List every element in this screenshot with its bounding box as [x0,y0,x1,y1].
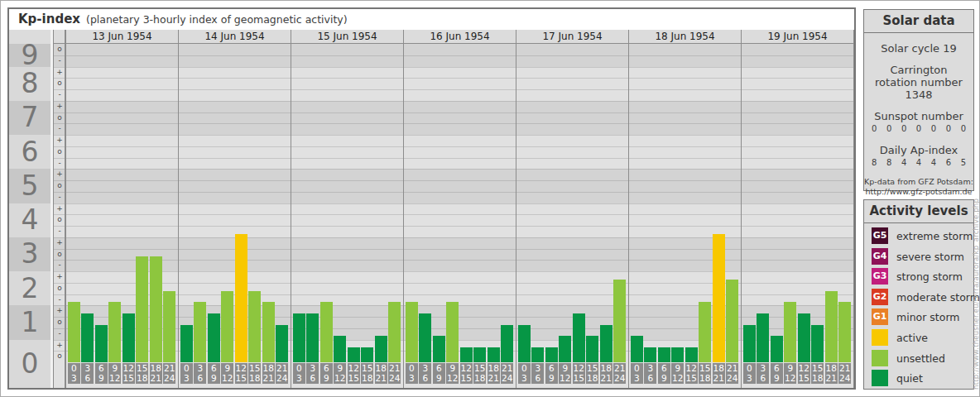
hour-interval-label: 2124 [613,363,626,384]
sunspot-value: 0 [931,124,936,133]
kp-bar [743,325,756,362]
y-axis-sublevel-label: + [54,305,65,317]
gridline [54,123,853,124]
kp-bar [208,313,220,362]
sunspot-value: 0 [872,124,877,133]
y-axis-number: 9 [9,41,50,69]
hour-label-line: 12 [108,374,121,384]
y-axis-number: 4 [9,206,50,233]
hour-label-line: 6 [433,364,445,374]
hour-label-line: 6 [306,374,319,384]
ap-value: 8 [886,158,891,167]
hour-label-line: 3 [68,374,80,384]
page-title: Kp-index [18,9,80,30]
gridline [54,180,853,181]
hour-label-line: 15 [460,374,473,384]
hour-label-line: 18 [361,374,373,384]
hour-label-line: 12 [784,374,796,384]
hour-interval-label: 2124 [276,363,288,384]
hour-interval-label: 36 [757,363,769,384]
hour-label-line: 18 [150,364,162,374]
hour-interval-label: 1518 [586,363,598,384]
y-axis-sublevel-label: o [54,180,65,192]
hour-label-line: 12 [573,364,585,374]
day-separator [403,30,404,388]
kp-bar [136,256,148,362]
hour-interval-label: 69 [771,363,783,384]
hour-interval-label: 912 [221,363,233,384]
hour-label-line: 21 [600,374,612,384]
hour-label-line: 24 [726,374,738,384]
hour-interval-label: 2124 [726,363,738,384]
hour-label-line: 6 [531,374,544,384]
hour-label-line: 15 [348,374,360,384]
solar-data-title: Solar data [864,10,973,33]
kp-bar [95,325,108,362]
hour-label-line: 3 [631,374,643,384]
kp-bar [81,313,94,362]
hour-label-line: 15 [586,364,598,374]
hour-interval-label: 1215 [798,363,810,384]
hour-interval-label: 1821 [150,363,162,384]
y-axis-number: 2 [9,275,50,302]
kp-bar [419,313,431,362]
hour-label-line: 15 [136,364,148,374]
hour-label-line: 6 [757,374,769,384]
hour-interval-label: 2124 [163,363,175,384]
kp-bar [586,336,598,362]
hour-interval-label: 1821 [488,363,500,384]
kp-bar [771,336,783,362]
kp-bar [262,302,275,362]
plot-band [54,101,853,135]
hour-label-line: 3 [644,364,656,374]
day-separator [741,30,742,388]
hour-label-line: 15 [685,374,698,384]
hour-label-line: 9 [320,374,333,384]
hour-label-line: 21 [276,364,288,374]
plot-band [54,203,853,237]
hour-label-line: 9 [108,364,121,374]
gridline [54,89,853,90]
y-axis-sublevel-label: - [54,158,65,170]
hour-label-line: 18 [600,364,612,374]
hour-interval-label: 03 [68,363,80,384]
kp-bar [573,313,585,362]
sublabel-column-left-border [53,30,54,388]
legend-item: G1minor storm [872,309,969,325]
hour-interval-label: 1518 [136,363,148,384]
kp-bar [473,347,486,362]
g1-badge: G1 [872,309,888,325]
legend-swatch [872,370,888,386]
y-axis-sublevel-label: + [54,340,65,352]
hour-label-line: 18 [262,364,275,374]
hour-interval-label: 912 [784,363,796,384]
day-separator [853,30,854,388]
hour-label-line: 21 [488,374,500,384]
hour-label-line: 15 [361,364,373,374]
y-axis-sublevel-label: + [54,135,65,146]
hour-label-line: 3 [293,374,305,384]
day-separator [291,30,291,388]
legend-swatch [872,350,888,366]
y-axis-sublevel-label: + [54,271,65,283]
gridline [54,55,853,56]
hour-label-line: 15 [798,374,810,384]
hour-interval-label: 03 [180,363,193,384]
hour-label-line: 12 [122,364,135,374]
date-header-cell: 18 Jun 1954 [628,30,741,43]
legend-label: moderate storm [896,289,980,305]
hour-label-line: 9 [446,364,459,374]
kp-bar-chart: 9876543210o-+o-+o-+o-+o-+o-+o-+o-+o-+o13… [9,30,854,388]
kp-bar [221,291,233,363]
kp-bar [699,302,711,362]
legend-label: strong storm [896,269,963,285]
legend-label: minor storm [896,309,960,325]
y-axis-number: 0 [9,350,50,377]
y-axis-sublevel-label: o [54,249,65,261]
y-axis-number: 6 [9,138,50,165]
hour-label-line: 15 [235,374,247,384]
hour-label-line: 3 [406,374,418,384]
y-axis-sublevel-label: - [54,328,65,340]
hour-interval-label: 1518 [361,363,373,384]
kp-bar [375,336,387,362]
